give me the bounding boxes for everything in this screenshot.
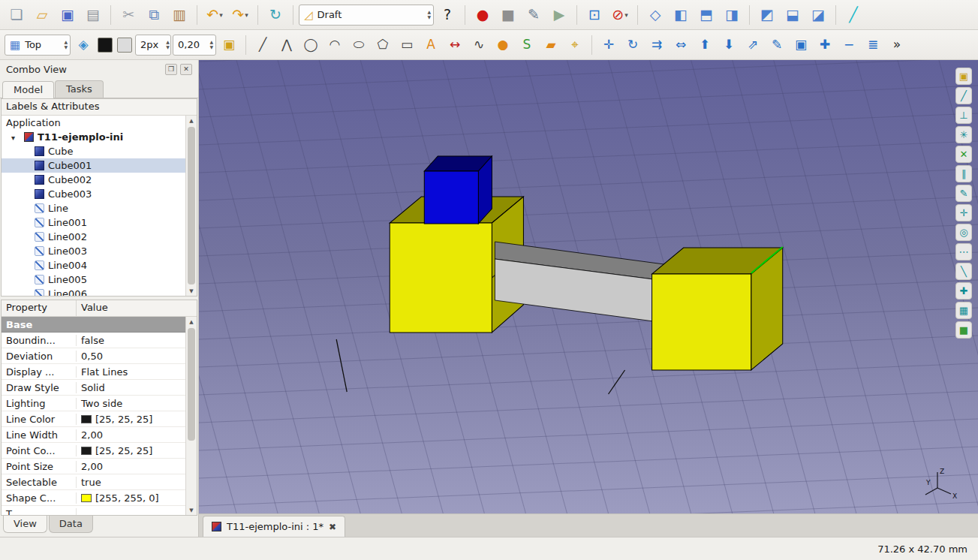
tree-item[interactable]: Cube bbox=[2, 144, 185, 158]
tree-item[interactable]: Cube002 bbox=[2, 173, 185, 187]
working-plane-selector[interactable]: ▦Top▲▼ bbox=[5, 35, 71, 56]
workbench-selector[interactable]: ◿Draft▲▼ bbox=[299, 5, 434, 26]
property-row[interactable]: Deviation 0,50 bbox=[2, 348, 185, 364]
property-row[interactable]: Line Color [25, 25, 25] bbox=[2, 411, 185, 427]
font-size-input[interactable]: 0,20▲▼ bbox=[173, 35, 216, 56]
snap-intersection-button[interactable]: ✚ bbox=[955, 282, 972, 300]
property-value[interactable]: 2,00 bbox=[77, 429, 185, 441]
draft-trimex-button[interactable]: ⇔ bbox=[670, 34, 692, 56]
view-axonometric-button[interactable]: ◇ bbox=[643, 4, 667, 26]
redo-button[interactable]: ↷▾ bbox=[228, 4, 252, 26]
snap-working-plane-button[interactable]: ■ bbox=[955, 321, 972, 339]
undo-button[interactable]: ↶▾ bbox=[203, 4, 227, 26]
tab[interactable]: Tasks bbox=[55, 80, 104, 98]
draft-text-button[interactable]: A bbox=[420, 34, 442, 56]
macro-stop-button[interactable]: ■ bbox=[496, 4, 520, 26]
draft-facebinder-button[interactable]: ▰ bbox=[540, 34, 562, 56]
draft-wire-button[interactable]: ⋀ bbox=[275, 34, 298, 56]
property-row[interactable]: Shape C... [255, 255, 0] bbox=[2, 490, 185, 506]
draft-add-point-button[interactable]: ✚ bbox=[814, 34, 836, 56]
tree-item-application[interactable]: Application bbox=[2, 116, 185, 130]
font-size-input-stepper-icon[interactable]: ▲▼ bbox=[206, 40, 213, 50]
draft-circle-button[interactable]: ◯ bbox=[299, 34, 322, 56]
macro-play-button[interactable]: ▶ bbox=[547, 4, 571, 26]
draft-edit-button[interactable]: ✎ bbox=[766, 34, 788, 56]
draft-scale-button[interactable]: ⇗ bbox=[742, 34, 764, 56]
tree-item[interactable]: Line005 bbox=[2, 272, 185, 287]
property-row[interactable]: Point Co... [25, 25, 25] bbox=[2, 443, 185, 459]
draft-rotate-button[interactable]: ↻ bbox=[621, 34, 644, 56]
face-color-swatch[interactable] bbox=[117, 38, 132, 53]
draft-downgrade-button[interactable]: ⬇ bbox=[718, 34, 740, 56]
cut-button[interactable]: ✂ bbox=[116, 4, 140, 26]
whats-this-button[interactable]: ? bbox=[435, 4, 459, 26]
view-bottom-button[interactable]: ⬓ bbox=[781, 4, 805, 26]
draft-rectangle-button[interactable]: ▭ bbox=[396, 34, 418, 56]
snap-center-button[interactable]: ◎ bbox=[955, 224, 972, 241]
close-tab-icon[interactable]: ✖ bbox=[329, 522, 336, 532]
autogroup-button[interactable]: ▣ bbox=[218, 34, 240, 56]
property-value[interactable]: [255, 255, 0] bbox=[77, 492, 185, 504]
zoom-box-button[interactable]: ⊡ bbox=[582, 4, 606, 26]
snap-near-button[interactable]: ✕ bbox=[955, 146, 972, 163]
print-button[interactable]: ▤ bbox=[81, 4, 105, 26]
scroll-down-icon[interactable]: ▼ bbox=[186, 286, 197, 296]
draft-subelement-button[interactable]: ▣ bbox=[790, 34, 812, 56]
copy-button[interactable]: ⧉ bbox=[142, 4, 166, 26]
draft-offset-button[interactable]: ⇉ bbox=[645, 34, 668, 56]
3d-viewport[interactable]: Z Y X ▣╱⊥✳✕∥✎✛◎⋯╲✚▦■ bbox=[199, 60, 978, 513]
draft-remove-point-button[interactable]: − bbox=[838, 34, 860, 56]
tree-scrollbar[interactable]: ▲ ▼ bbox=[185, 116, 197, 296]
close-panel-icon[interactable]: ✕ bbox=[180, 64, 192, 75]
tree-item[interactable]: Line004 bbox=[2, 258, 185, 272]
tab[interactable]: Model bbox=[2, 81, 54, 98]
scroll-track[interactable] bbox=[186, 125, 197, 286]
tree-item[interactable]: Line001 bbox=[2, 215, 185, 230]
save-document-button[interactable]: ▣ bbox=[56, 4, 80, 26]
clip-plane-button[interactable]: ⊘▾ bbox=[608, 4, 632, 26]
property-value[interactable]: [25, 25, 25] bbox=[77, 414, 185, 425]
tree-item[interactable]: Line006 bbox=[2, 287, 185, 297]
snap-parallel-button[interactable]: ∥ bbox=[955, 165, 972, 182]
property-value[interactable]: Solid bbox=[77, 382, 185, 393]
property-value[interactable]: 2,00 bbox=[77, 461, 185, 472]
snap-midpoint-button[interactable]: ╲ bbox=[955, 263, 972, 280]
scroll-thumb[interactable] bbox=[188, 127, 195, 285]
snap-angle-button[interactable]: ✳ bbox=[955, 126, 972, 143]
property-row[interactable]: Boundin... false bbox=[2, 333, 185, 348]
draft-line-object[interactable] bbox=[336, 339, 347, 392]
yellow-box-right[interactable] bbox=[652, 247, 783, 370]
open-document-button[interactable]: ▱ bbox=[30, 4, 54, 26]
line-width-input[interactable]: 2px▲▼ bbox=[135, 35, 171, 56]
draft-line-object[interactable] bbox=[609, 370, 625, 394]
draft-layer-button[interactable]: ≣ bbox=[862, 34, 884, 56]
draft-move-button[interactable]: ✛ bbox=[597, 34, 620, 56]
draft-label-button[interactable]: ⌖ bbox=[564, 34, 586, 56]
scroll-down-icon[interactable]: ▼ bbox=[186, 505, 197, 515]
snap-ortho-button[interactable]: ✛ bbox=[955, 204, 972, 221]
snap-extension-button[interactable]: ✎ bbox=[955, 185, 972, 202]
refresh-button[interactable]: ↻ bbox=[263, 4, 287, 26]
property-row[interactable]: Base bbox=[2, 317, 185, 333]
scroll-up-icon[interactable]: ▲ bbox=[186, 116, 197, 125]
property-value[interactable]: Flat Lines bbox=[77, 366, 185, 378]
working-plane-selector-stepper-icon[interactable]: ▲▼ bbox=[61, 40, 68, 50]
property-value[interactable]: false bbox=[77, 335, 185, 346]
snap-endpoint-button[interactable]: ╱ bbox=[955, 87, 972, 104]
draft-line-button[interactable]: ╱ bbox=[251, 34, 274, 56]
toolbar-overflow-button[interactable]: » bbox=[886, 34, 908, 56]
undock-panel-icon[interactable]: ❐ bbox=[165, 64, 177, 75]
property-row[interactable]: Lighting Two side bbox=[2, 396, 185, 411]
new-document-button[interactable]: ❏ bbox=[5, 4, 29, 26]
draft-shapestring-button[interactable]: S bbox=[516, 34, 538, 56]
property-row[interactable]: Point Size 2,00 bbox=[2, 459, 185, 474]
draft-polygon-button[interactable]: ⬠ bbox=[372, 34, 394, 56]
scroll-track[interactable] bbox=[186, 327, 197, 505]
snap-lock-button[interactable]: ▣ bbox=[955, 68, 972, 85]
draft-point-button[interactable]: ● bbox=[492, 34, 514, 56]
view-left-button[interactable]: ◪ bbox=[806, 4, 830, 26]
clip-plane-dropdown-icon[interactable]: ▾ bbox=[624, 11, 628, 19]
workbench-selector-stepper-icon[interactable]: ▲▼ bbox=[424, 10, 431, 20]
property-value[interactable]: [25, 25, 25] bbox=[77, 445, 185, 456]
tab[interactable]: Data bbox=[49, 516, 93, 533]
